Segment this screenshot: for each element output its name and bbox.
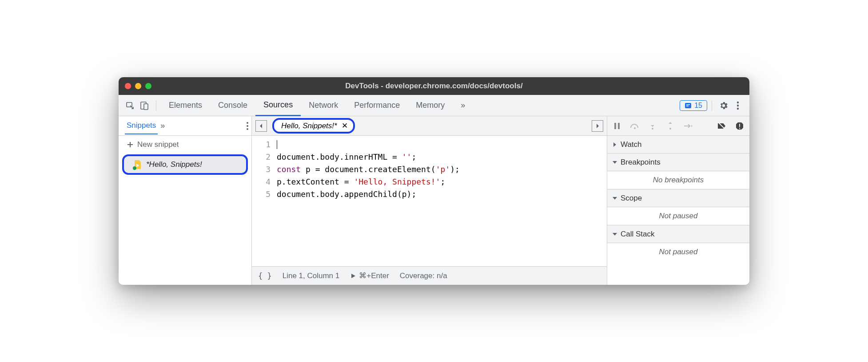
snippet-item-label: *Hello, Snippets! bbox=[146, 160, 202, 169]
show-debugger-icon[interactable] bbox=[592, 120, 603, 132]
snippet-file-icon bbox=[134, 160, 142, 169]
callstack-section-header[interactable]: Call Stack bbox=[607, 225, 749, 243]
svg-point-8 bbox=[737, 107, 739, 109]
breakpoints-section-header[interactable]: Breakpoints bbox=[607, 153, 749, 171]
devtools-window: DevTools - developer.chrome.com/docs/dev… bbox=[119, 77, 749, 285]
navigator-more-tabs[interactable]: » bbox=[158, 121, 167, 130]
navigator-header: Snippets » bbox=[119, 116, 251, 136]
svg-rect-13 bbox=[618, 123, 620, 129]
plus-icon bbox=[127, 141, 134, 148]
tab-network[interactable]: Network bbox=[301, 95, 346, 116]
kebab-menu-icon[interactable] bbox=[732, 99, 744, 112]
code-lines: document.body.innerHTML = ''; const p = … bbox=[277, 138, 607, 266]
svg-point-15 bbox=[652, 128, 653, 130]
svg-rect-5 bbox=[686, 106, 689, 106]
watch-section-header[interactable]: Watch bbox=[607, 136, 749, 153]
svg-point-16 bbox=[669, 128, 671, 130]
callstack-label: Call Stack bbox=[621, 230, 655, 239]
tab-elements[interactable]: Elements bbox=[161, 95, 210, 116]
pause-icon[interactable] bbox=[612, 121, 622, 131]
svg-point-17 bbox=[691, 125, 693, 126]
breakpoints-body: No breakpoints bbox=[607, 171, 749, 189]
step-out-icon[interactable] bbox=[665, 121, 676, 131]
more-tabs[interactable]: » bbox=[453, 95, 473, 116]
main-toolbar: Elements Console Sources Network Perform… bbox=[119, 95, 749, 116]
show-navigator-icon[interactable] bbox=[255, 120, 267, 132]
toolbar-separator bbox=[712, 100, 712, 111]
main-tabs: Elements Console Sources Network Perform… bbox=[161, 95, 680, 116]
step-over-icon[interactable] bbox=[629, 121, 640, 131]
issues-count: 15 bbox=[694, 102, 702, 110]
maximize-window-button[interactable] bbox=[145, 83, 151, 89]
svg-rect-4 bbox=[686, 104, 690, 105]
svg-rect-12 bbox=[614, 123, 616, 129]
line-gutter: 12345 bbox=[252, 138, 277, 266]
step-into-icon[interactable] bbox=[647, 121, 658, 131]
deactivate-breakpoints-icon[interactable] bbox=[717, 121, 727, 131]
cursor bbox=[277, 140, 277, 149]
issues-badge[interactable]: 15 bbox=[680, 100, 707, 111]
editor-statusbar: { } Line 1, Column 1 ⌘+Enter Coverage: n… bbox=[252, 266, 607, 285]
tab-performance[interactable]: Performance bbox=[346, 95, 408, 116]
chevron-down-icon bbox=[613, 232, 617, 236]
new-snippet-label: New snippet bbox=[137, 140, 179, 149]
callstack-body: Not paused bbox=[607, 243, 749, 261]
svg-point-6 bbox=[737, 101, 739, 103]
navigator-menu-icon[interactable] bbox=[246, 122, 249, 130]
code-editor[interactable]: 12345 document.body.innerHTML = ''; cons… bbox=[252, 136, 607, 266]
chevron-down-icon bbox=[613, 160, 617, 165]
svg-point-11 bbox=[247, 128, 248, 130]
cursor-position: Line 1, Column 1 bbox=[283, 272, 340, 280]
svg-point-7 bbox=[737, 104, 739, 106]
close-window-button[interactable] bbox=[125, 83, 131, 89]
svg-rect-18 bbox=[739, 124, 740, 127]
scope-section-header[interactable]: Scope bbox=[607, 189, 749, 207]
svg-point-14 bbox=[634, 127, 636, 129]
svg-rect-19 bbox=[739, 128, 740, 129]
snippet-item[interactable]: *Hello, Snippets! bbox=[122, 154, 248, 175]
coverage-label: Coverage: n/a bbox=[400, 272, 447, 280]
navigator-tab-snippets[interactable]: Snippets bbox=[125, 118, 158, 134]
toolbar-separator bbox=[156, 100, 156, 111]
titlebar: DevTools - developer.chrome.com/docs/dev… bbox=[119, 77, 749, 95]
chevron-right-icon bbox=[613, 142, 617, 147]
breakpoints-label: Breakpoints bbox=[621, 158, 661, 167]
editor-tabbar: Hello, Snippets!* ✕ bbox=[252, 116, 607, 136]
main-area: Snippets » New snippet *Hello, Snippets! bbox=[119, 116, 749, 285]
pause-on-exceptions-icon[interactable] bbox=[734, 121, 745, 131]
navigator-pane: Snippets » New snippet *Hello, Snippets! bbox=[119, 116, 252, 285]
editor-file-tab[interactable]: Hello, Snippets!* ✕ bbox=[272, 118, 355, 134]
svg-point-10 bbox=[247, 125, 248, 127]
window-title: DevTools - developer.chrome.com/docs/dev… bbox=[119, 82, 749, 90]
tab-console[interactable]: Console bbox=[210, 95, 255, 116]
new-snippet-button[interactable]: New snippet bbox=[119, 136, 251, 153]
inspect-element-icon[interactable] bbox=[124, 99, 136, 112]
editor-tab-label: Hello, Snippets!* bbox=[281, 122, 337, 130]
run-hint: ⌘+Enter bbox=[359, 271, 389, 280]
minimize-window-button[interactable] bbox=[135, 83, 141, 89]
scope-body: Not paused bbox=[607, 207, 749, 225]
svg-rect-2 bbox=[144, 104, 148, 110]
scope-label: Scope bbox=[621, 194, 642, 203]
tab-sources[interactable]: Sources bbox=[255, 95, 301, 116]
device-toolbar-icon[interactable] bbox=[138, 99, 151, 112]
debugger-toolbar bbox=[607, 116, 749, 136]
unsaved-indicator-icon bbox=[133, 166, 136, 170]
play-icon bbox=[350, 273, 356, 279]
issues-icon bbox=[685, 102, 692, 109]
window-controls bbox=[125, 83, 151, 89]
run-snippet-button[interactable]: ⌘+Enter bbox=[350, 271, 389, 280]
settings-icon[interactable] bbox=[717, 99, 730, 112]
watch-label: Watch bbox=[621, 140, 642, 149]
chevron-down-icon bbox=[613, 196, 617, 201]
debugger-pane: Watch Breakpoints No breakpoints Scope N… bbox=[607, 116, 749, 285]
tab-memory[interactable]: Memory bbox=[408, 95, 453, 116]
pretty-print-icon[interactable]: { } bbox=[258, 272, 272, 280]
close-tab-icon[interactable]: ✕ bbox=[342, 121, 348, 130]
editor-pane: Hello, Snippets!* ✕ 12345 document.body.… bbox=[252, 116, 607, 285]
step-icon[interactable] bbox=[683, 121, 693, 131]
svg-point-9 bbox=[247, 122, 248, 124]
